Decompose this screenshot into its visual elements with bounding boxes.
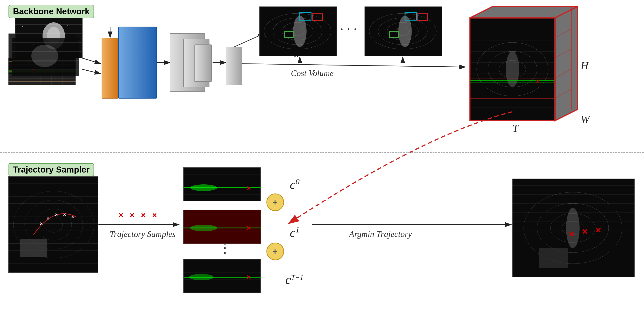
svg-point-65 — [282, 22, 313, 40]
svg-line-57 — [234, 33, 264, 47]
svg-point-202 — [562, 221, 584, 235]
svg-line-47 — [82, 69, 101, 74]
svg-point-19 — [40, 47, 41, 47]
svg-point-45 — [31, 45, 58, 67]
svg-point-75 — [378, 18, 428, 45]
svg-text:c0: c0 — [290, 177, 300, 192]
svg-rect-86 — [470, 11, 573, 134]
svg-point-74 — [369, 13, 436, 49]
svg-rect-21 — [8, 58, 76, 85]
svg-point-66 — [291, 27, 304, 36]
main-container: Perception Cost Volume · · · — [0, 0, 644, 312]
svg-text:×: × — [152, 210, 157, 220]
svg-point-15 — [27, 29, 27, 29]
svg-point-166 — [190, 225, 217, 231]
svg-rect-80 — [417, 14, 428, 20]
svg-rect-164 — [184, 210, 261, 244]
svg-point-12 — [42, 22, 65, 49]
svg-point-201 — [550, 213, 595, 243]
svg-rect-52 — [170, 33, 205, 92]
svg-rect-188 — [512, 179, 634, 277]
svg-point-203 — [566, 208, 580, 248]
backbone-label: Backbone Network — [8, 5, 94, 18]
svg-point-77 — [396, 27, 410, 36]
svg-rect-81 — [389, 31, 398, 37]
svg-rect-70 — [284, 31, 293, 37]
svg-rect-118 — [8, 176, 98, 273]
svg-point-120 — [24, 200, 83, 249]
svg-rect-103 — [470, 18, 555, 121]
svg-text:cT−1: cT−1 — [285, 272, 304, 287]
svg-text:✕: ✕ — [568, 230, 574, 238]
svg-point-119 — [14, 191, 94, 258]
svg-text:Trajectory Samples: Trajectory Samples — [110, 229, 176, 239]
svg-text:Argmin Trajectory: Argmin Trajectory — [348, 229, 412, 239]
svg-rect-62 — [260, 7, 337, 56]
svg-text:✕: ✕ — [246, 225, 251, 232]
svg-point-18 — [33, 44, 34, 45]
svg-rect-79 — [405, 12, 416, 20]
svg-point-97 — [488, 51, 537, 87]
svg-text:T: T — [512, 122, 519, 134]
svg-point-34 — [31, 69, 36, 73]
svg-rect-53 — [184, 39, 209, 87]
svg-point-76 — [387, 22, 418, 40]
svg-point-14 — [22, 26, 23, 27]
svg-point-96 — [476, 42, 548, 96]
svg-point-98 — [499, 60, 526, 78]
svg-rect-68 — [300, 12, 311, 20]
svg-rect-169 — [184, 259, 261, 293]
svg-text:c1: c1 — [290, 225, 300, 240]
svg-rect-4 — [15, 18, 82, 58]
svg-text:· · ·: · · · — [340, 22, 357, 36]
svg-point-121 — [36, 209, 72, 240]
svg-text:+: + — [272, 198, 278, 207]
svg-text:×: × — [141, 210, 146, 220]
svg-point-199 — [524, 192, 622, 264]
svg-line-58 — [242, 64, 466, 67]
svg-rect-56 — [226, 47, 242, 85]
svg-text:✕: ✕ — [535, 78, 540, 85]
svg-text:✕: ✕ — [582, 228, 588, 236]
svg-point-99 — [506, 51, 519, 87]
svg-line-46 — [82, 58, 101, 64]
svg-text:✕: ✕ — [246, 274, 251, 281]
svg-rect-69 — [312, 14, 322, 20]
svg-point-63 — [264, 13, 331, 49]
svg-rect-187 — [512, 179, 634, 277]
svg-text:Cost Volume: Cost Volume — [291, 68, 334, 78]
svg-text:×: × — [46, 216, 50, 221]
svg-text:×: × — [55, 212, 58, 217]
svg-rect-61 — [260, 7, 337, 56]
svg-text:✕: ✕ — [595, 226, 601, 234]
section-divider — [0, 152, 644, 153]
svg-rect-54 — [195, 45, 212, 82]
svg-rect-50 — [118, 27, 157, 98]
svg-text:✕: ✕ — [246, 185, 251, 192]
svg-text:×: × — [130, 210, 134, 220]
svg-rect-168 — [184, 259, 261, 293]
svg-rect-148 — [184, 168, 261, 201]
svg-point-78 — [398, 16, 412, 47]
svg-rect-204 — [539, 248, 568, 268]
svg-line-110 — [555, 69, 570, 78]
svg-text:×: × — [118, 210, 123, 220]
svg-text:×: × — [63, 212, 66, 217]
svg-rect-136 — [20, 239, 47, 257]
svg-text:W: W — [581, 113, 590, 125]
svg-line-108 — [555, 29, 570, 38]
svg-point-155 — [190, 184, 217, 191]
svg-text:+: + — [272, 247, 278, 256]
svg-point-17 — [74, 28, 74, 28]
svg-rect-149 — [184, 168, 261, 201]
svg-text:H: H — [580, 60, 589, 72]
svg-point-20 — [78, 40, 79, 41]
svg-rect-48 — [102, 38, 118, 98]
svg-text:Perception: Perception — [275, 47, 312, 57]
svg-text:⋮: ⋮ — [218, 241, 232, 255]
trajectory-label: Trajectory Sampler — [8, 163, 94, 176]
svg-point-16 — [67, 25, 68, 26]
svg-point-175 — [189, 274, 214, 280]
svg-point-64 — [273, 18, 322, 45]
svg-rect-37 — [12, 38, 79, 76]
